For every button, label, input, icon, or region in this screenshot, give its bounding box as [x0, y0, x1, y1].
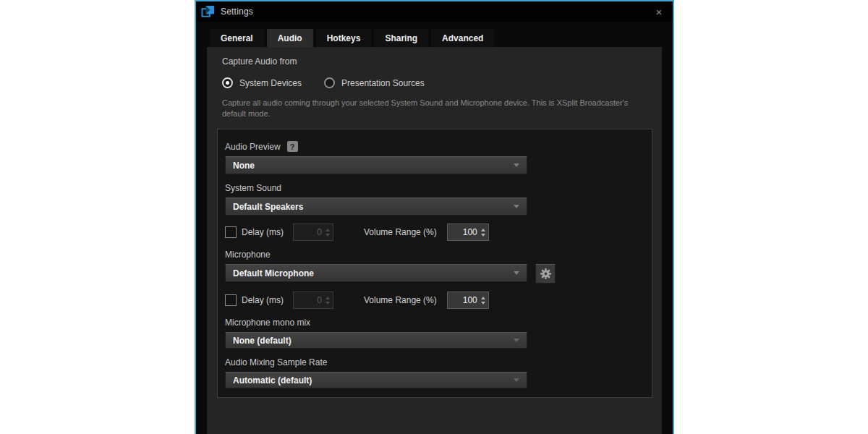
mono-mix-label: Microphone mono mix: [225, 318, 310, 328]
radio-presentation-sources-label: Presentation Sources: [341, 78, 425, 88]
spinner-arrows-icon[interactable]: [326, 229, 330, 237]
chevron-down-icon: [514, 339, 519, 342]
microphone-settings-button[interactable]: [535, 264, 556, 284]
microphone-label: Microphone: [225, 250, 271, 260]
tab-strip: General Audio Hotkeys Sharing Advanced: [196, 29, 673, 47]
mono-mix-dropdown[interactable]: None (default): [225, 332, 527, 349]
xsplit-logo-icon: [201, 5, 215, 19]
chevron-down-icon: [514, 378, 519, 382]
system-delay-checkbox[interactable]: [225, 226, 237, 238]
close-button[interactable]: ×: [651, 4, 667, 19]
capture-source-options: System Devices Presentation Sources: [222, 77, 652, 88]
microphone-delay-spinner[interactable]: 0: [293, 292, 333, 309]
sample-rate-dropdown[interactable]: Automatic (default): [225, 372, 527, 388]
microphone-dropdown[interactable]: Default Microphone: [225, 264, 527, 282]
tab-advanced[interactable]: Advanced: [431, 29, 494, 47]
chevron-down-icon: [514, 205, 519, 208]
spinner-arrows-icon[interactable]: [481, 297, 485, 305]
mono-mix-value: None (default): [233, 336, 292, 346]
system-sound-delay-row: Delay (ms) 0 Volume Range (%) 100: [225, 224, 644, 241]
system-volume-label: Volume Range (%): [364, 227, 437, 237]
sample-rate-value: Automatic (default): [233, 375, 312, 386]
capture-audio-heading: Capture Audio from: [222, 56, 652, 67]
radio-presentation-sources[interactable]: [324, 77, 335, 88]
tab-audio[interactable]: Audio: [267, 29, 313, 47]
chevron-down-icon: [514, 163, 519, 167]
microphone-delay-label: Delay (ms): [242, 295, 284, 305]
microphone-volume-spinner[interactable]: 100: [447, 292, 489, 309]
system-delay-label: Delay (ms): [242, 227, 284, 237]
audio-settings-pane: Capture Audio from System Devices Presen…: [207, 47, 662, 434]
microphone-delay-row: Delay (ms) 0 Volume Range (%) 100: [225, 292, 644, 309]
system-sound-dropdown[interactable]: Default Speakers: [225, 197, 527, 216]
gear-icon: [539, 267, 553, 281]
help-icon[interactable]: ?: [287, 141, 298, 152]
audio-preview-label: Audio Preview: [225, 142, 281, 152]
audio-devices-group: Audio Preview ? None System Sound Defaul…: [217, 129, 652, 398]
audio-preview-value: None: [233, 161, 255, 171]
system-delay-spinner[interactable]: 0: [293, 224, 333, 241]
radio-system-devices[interactable]: [222, 77, 233, 88]
audio-preview-dropdown[interactable]: None: [225, 156, 527, 174]
settings-window: Settings × General Audio Hotkeys Sharing…: [195, 0, 674, 434]
system-sound-value: Default Speakers: [233, 202, 303, 212]
system-sound-label: System Sound: [225, 183, 281, 193]
sample-rate-label: Audio Mixing Sample Rate: [225, 357, 327, 367]
capture-mode-description: Capture all audio coming through your se…: [222, 98, 652, 119]
microphone-delay-checkbox[interactable]: [225, 294, 237, 306]
window-title: Settings: [221, 7, 253, 17]
microphone-volume-label: Volume Range (%): [364, 295, 437, 305]
tab-sharing[interactable]: Sharing: [374, 29, 428, 47]
radio-system-devices-label: System Devices: [239, 78, 302, 88]
spinner-arrows-icon[interactable]: [481, 229, 485, 237]
spinner-arrows-icon[interactable]: [326, 297, 330, 305]
system-volume-spinner[interactable]: 100: [447, 224, 489, 241]
chevron-down-icon: [514, 271, 519, 275]
tab-hotkeys[interactable]: Hotkeys: [316, 29, 372, 47]
tab-general[interactable]: General: [210, 29, 264, 47]
microphone-value: Default Microphone: [233, 268, 314, 278]
title-bar: Settings ×: [196, 1, 673, 22]
